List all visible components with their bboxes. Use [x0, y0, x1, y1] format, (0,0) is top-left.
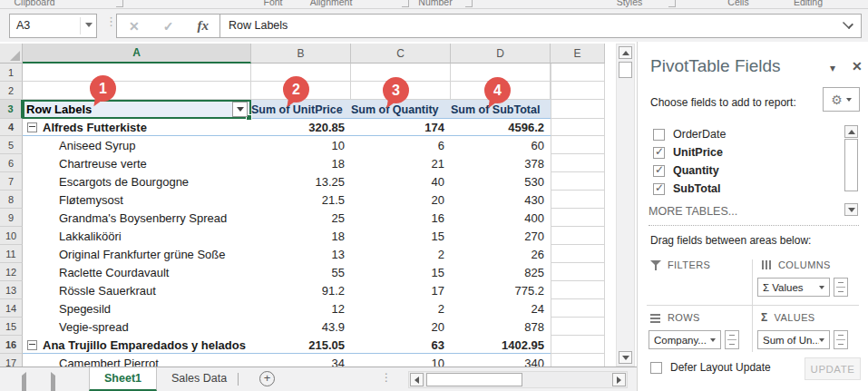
- cell-company-product[interactable]: Aniseed Syrup: [23, 136, 251, 154]
- row-header-7[interactable]: 7: [0, 172, 23, 191]
- cell-value[interactable]: 91.2: [251, 281, 351, 299]
- row-header-10[interactable]: 10: [0, 227, 23, 245]
- cell-value[interactable]: 215.05: [251, 336, 351, 354]
- more-tables-link[interactable]: MORE TABLES...: [649, 205, 737, 218]
- row-header-12[interactable]: 12: [0, 263, 23, 281]
- cell-company-product[interactable]: Raclette Courdavault: [23, 263, 251, 281]
- cell[interactable]: [551, 354, 605, 367]
- cell-value[interactable]: 25: [251, 209, 351, 227]
- cell-company-product[interactable]: Escargots de Bourgogne: [23, 172, 251, 191]
- cell-value[interactable]: 43.9: [251, 318, 351, 336]
- field-list-scroll-down-icon[interactable]: [844, 203, 858, 216]
- cell-value[interactable]: 4596.2: [451, 118, 551, 136]
- cell-value[interactable]: 18: [251, 154, 351, 172]
- enter-icon[interactable]: ✓: [163, 19, 174, 34]
- close-icon[interactable]: ✕: [852, 59, 863, 73]
- cell-value[interactable]: 825: [451, 263, 551, 281]
- cell-company-product[interactable]: Camembert Pierrot: [23, 354, 251, 367]
- field-item-orderdate[interactable]: OrderDate: [649, 125, 841, 143]
- field-checkbox[interactable]: [653, 147, 665, 159]
- sheet-tab-sheet1[interactable]: Sheet1: [89, 367, 157, 391]
- stepper-up-icon[interactable]: [729, 335, 735, 336]
- sheet-nav-right-icon[interactable]: [51, 376, 55, 391]
- cell-value[interactable]: 400: [451, 209, 551, 227]
- cell-value[interactable]: 63: [351, 336, 451, 354]
- cell-company-product[interactable]: Chartreuse verte: [23, 154, 251, 172]
- cell[interactable]: [551, 64, 605, 82]
- field-item-subtotal[interactable]: SubTotal: [649, 180, 841, 198]
- cell[interactable]: [551, 299, 605, 318]
- cell[interactable]: [551, 281, 605, 299]
- cell-value[interactable]: 2: [351, 299, 451, 318]
- horizontal-scroll-thumb[interactable]: [426, 373, 522, 386]
- cell-b3-header[interactable]: Sum of UnitPrice: [251, 100, 351, 119]
- cell-value[interactable]: 1402.95: [451, 336, 551, 354]
- row-header-17[interactable]: 17: [0, 354, 23, 367]
- cell-value[interactable]: 270: [451, 227, 551, 245]
- cell-value[interactable]: 13: [251, 245, 351, 263]
- column-header-D[interactable]: D: [451, 44, 551, 64]
- cell-value[interactable]: 320.85: [251, 118, 351, 136]
- cell-a3-row-labels[interactable]: Row Labels: [23, 100, 251, 119]
- cell-value[interactable]: 26: [451, 245, 551, 263]
- cell-value[interactable]: 878: [451, 318, 551, 336]
- cell-company-product[interactable]: Ana Trujillo Emparedados y helados: [23, 336, 251, 354]
- vertical-scroll-thumb[interactable]: [619, 62, 632, 78]
- pill-dropdown-icon[interactable]: [819, 286, 824, 289]
- cell[interactable]: [551, 82, 605, 100]
- cell-value[interactable]: 34: [251, 354, 351, 367]
- sheet-tab-sales-data[interactable]: Sales Data: [157, 367, 241, 391]
- dialog-launcher-icon[interactable]: [402, 0, 409, 7]
- cell-value[interactable]: 18: [251, 227, 351, 245]
- pill-dropdown-icon[interactable]: [819, 338, 824, 342]
- field-item-unitprice[interactable]: UnitPrice: [649, 143, 841, 161]
- new-sheet-icon[interactable]: +: [259, 371, 275, 386]
- field-item-quantity[interactable]: Quantity: [649, 161, 841, 180]
- cell-value[interactable]: 16: [351, 209, 451, 227]
- formula-input[interactable]: Row Labels: [219, 14, 862, 38]
- row-header-4[interactable]: 4: [0, 118, 23, 136]
- row-header-8[interactable]: 8: [0, 191, 23, 209]
- scroll-left-icon[interactable]: [410, 373, 424, 386]
- column-header-E[interactable]: E: [551, 44, 605, 64]
- cancel-icon[interactable]: ✕: [129, 19, 140, 34]
- collapse-minus-icon[interactable]: [27, 122, 37, 132]
- cell-c3-header[interactable]: Sum of Quantity: [351, 100, 451, 119]
- cell-value[interactable]: 174: [351, 118, 451, 136]
- field-list-scroll-up-icon[interactable]: [844, 125, 858, 138]
- collapse-minus-icon[interactable]: [27, 340, 37, 350]
- cell-value[interactable]: 21.5: [251, 191, 351, 209]
- cell-company-product[interactable]: Original Frankfurter grüne Soße: [23, 245, 251, 263]
- cell[interactable]: [551, 336, 605, 354]
- stepper-up-icon[interactable]: [838, 282, 844, 283]
- cell-value[interactable]: 530: [451, 172, 551, 191]
- tabbar-grip[interactable]: ⋮: [381, 371, 392, 384]
- select-all-corner[interactable]: [0, 44, 23, 64]
- cell-value[interactable]: 340: [451, 354, 551, 367]
- cell-company-product[interactable]: Spegesild: [23, 299, 251, 318]
- cell-value[interactable]: 40: [351, 172, 451, 191]
- cell-company-product[interactable]: Rössle Sauerkraut: [23, 281, 251, 299]
- cell-value[interactable]: 21: [351, 154, 451, 172]
- cell-company-product[interactable]: Grandma's Boysenberry Spread: [23, 209, 251, 227]
- update-button[interactable]: UPDATE: [805, 357, 861, 380]
- stepper-down-icon[interactable]: [838, 344, 844, 345]
- cell[interactable]: [23, 82, 251, 100]
- row-header-9[interactable]: 9: [0, 209, 23, 227]
- row-header-11[interactable]: 11: [0, 245, 23, 263]
- area-pill-values[interactable]: Sum of Un...: [757, 330, 830, 349]
- cell-value[interactable]: 775.2: [451, 281, 551, 299]
- name-box-dropdown-icon[interactable]: [85, 23, 93, 27]
- field-checkbox[interactable]: [653, 183, 665, 195]
- cell[interactable]: [551, 227, 605, 245]
- cell-value[interactable]: 15: [351, 227, 451, 245]
- cell[interactable]: [551, 136, 605, 154]
- name-box[interactable]: A3: [9, 14, 97, 38]
- pill-stepper[interactable]: [725, 330, 739, 349]
- cell-value[interactable]: 15: [351, 263, 451, 281]
- cell[interactable]: [23, 64, 251, 82]
- cell-value[interactable]: 17: [351, 281, 451, 299]
- cell-e3[interactable]: [551, 100, 605, 119]
- sheet-nav-left-icon[interactable]: [22, 376, 26, 391]
- pane-options-dropdown-icon[interactable]: ▾: [830, 62, 835, 74]
